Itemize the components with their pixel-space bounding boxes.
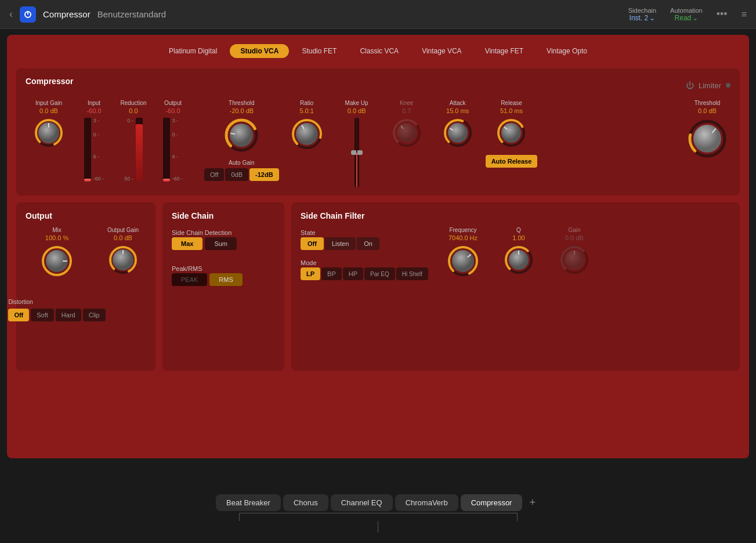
ratio-knob[interactable] [291,118,323,153]
mode-label: Mode [301,259,317,266]
tab-compressor[interactable]: Compressor [461,494,523,511]
tab-channel-eq[interactable]: Channel EQ [331,494,393,511]
svg-point-12 [296,123,318,145]
input-meter-group: Input -60.0 3 - 0 - 6 - -60 - [77,100,111,182]
input-gain-group: Input Gain 0.0 dB [26,100,72,150]
distortion-hard[interactable]: Hard [56,309,81,321]
output-gain-knob[interactable] [108,245,138,277]
output-gain-group: Output Gain 0.0 dB [100,227,146,277]
output-meter-bar [163,118,170,182]
detection-max[interactable]: Max [172,237,202,250]
tab-vintage-fet[interactable]: Vintage FET [475,44,534,58]
peakrms-peak[interactable]: PEAK [172,273,207,286]
frequency-value: 7040.0 Hz [448,234,478,241]
sidechain-section: Side Chain Side Chain Detection Max Sum … [162,202,284,371]
sidechain-filter-section: Side Chain Filter State Off Listen On Mo… [291,202,740,371]
output-gain-value: 0.0 dB [114,234,132,241]
q-knob[interactable] [504,245,534,277]
state-buttons: Off Listen On [301,237,428,250]
output-meter-value: -60.0 [165,107,180,114]
bracket-stem [378,521,379,533]
release-group: Release 51.0 ms Auto Release [486,100,538,168]
mode-hp[interactable]: HP [343,267,363,280]
attack-group: Attack 15.0 ms [435,100,481,150]
peakrms-buttons: PEAK RMS [172,273,275,286]
scf-gain-group: Gain 0.0 dB [551,227,598,277]
sidechain-label: Sidechain [628,7,656,14]
menu-button[interactable]: ≡ [741,9,747,20]
reduction-value: 0.0 [129,107,138,114]
peakrms-rms[interactable]: RMS [209,273,242,286]
bottom-sections: Output Mix 100.0 % [16,202,740,371]
frequency-knob[interactable] [447,245,479,280]
state-off[interactable]: Off [301,237,324,250]
compressor-title: Compressor [26,77,73,86]
distortion-clip[interactable]: Clip [83,309,106,321]
threshold-knob[interactable] [224,118,259,155]
auto-gain-off[interactable]: Off [204,168,224,181]
mix-knob[interactable] [41,245,73,280]
mode-bp[interactable]: BP [321,267,342,280]
add-plugin-button[interactable]: + [525,494,540,511]
more-options-button[interactable]: ••• [717,8,728,20]
auto-gain-12db[interactable]: -12dB [249,168,279,181]
mix-label: Mix [52,227,62,233]
output-meter-label: Output [164,100,182,106]
scf-gain-knob[interactable] [559,245,589,277]
mode-pareq[interactable]: Par EQ [364,267,395,280]
tab-platinum-digital[interactable]: Platinum Digital [158,44,227,58]
output-gain-label: Output Gain [107,227,139,233]
input-gain-knob[interactable] [34,118,64,150]
output-section: Output Mix 100.0 % [16,202,155,371]
power-button[interactable] [20,6,36,23]
knee-knob[interactable] [392,118,422,150]
mode-lp[interactable]: LP [301,267,320,280]
tab-beat-breaker[interactable]: Beat Breaker [216,494,281,511]
reduction-meter-group: Reduction 0.0 0 - 50 - [116,100,151,182]
state-on[interactable]: On [357,237,379,250]
tab-studio-vca[interactable]: Studio VCA [230,44,289,58]
attack-value: 15.0 ms [446,107,469,114]
scf-gain-label: Gain [568,227,580,233]
distortion-soft[interactable]: Soft [31,309,54,321]
sidechain-control[interactable]: Sidechain Inst. 2 ⌄ [628,7,656,22]
attack-label: Attack [450,100,466,106]
scf-layout: State Off Listen On Mode LP BP HP [301,221,730,280]
tab-studio-fet[interactable]: Studio FET [291,44,347,58]
limiter-threshold-label: Threshold [694,100,720,106]
limiter-threshold-knob[interactable] [686,118,728,162]
sidechain-value: Inst. 2 ⌄ [630,14,656,22]
mix-value: 100.0 % [45,234,68,241]
automation-control[interactable]: Automation Read ⌄ [670,7,703,22]
tab-chorus[interactable]: Chorus [283,494,328,511]
limiter-power-icon[interactable]: ⏻ [686,81,694,90]
tab-row: Platinum Digital Studio VCA Studio FET C… [16,44,740,58]
reduction-scale: 0 - 50 - [124,118,133,182]
reduction-label: Reduction [120,100,146,106]
auto-release-button[interactable]: Auto Release [486,155,538,168]
attack-knob[interactable] [443,118,473,150]
tab-classic-vca[interactable]: Classic VCA [349,44,409,58]
detection-sum[interactable]: Sum [205,237,237,250]
release-knob[interactable] [496,118,526,150]
ratio-value: 5.0:1 [299,107,313,114]
state-label: State [301,229,316,236]
bracket-line [239,513,518,533]
sidechain-title: Side Chain [172,211,214,220]
top-bar-right: Sidechain Inst. 2 ⌄ Automation Read ⌄ ••… [628,7,747,22]
state-listen[interactable]: Listen [325,237,356,250]
makeup-slider[interactable] [355,118,359,187]
automation-label: Automation [670,7,703,14]
compressor-section: Compressor ⏻ Limiter Input Gain 0.0 dB [16,68,740,196]
distortion-off[interactable]: Off [8,309,29,321]
back-button[interactable]: ‹ [9,8,13,20]
detection-buttons: Max Sum [172,237,275,250]
tab-vintage-opto[interactable]: Vintage Opto [536,44,598,58]
tab-vintage-vca[interactable]: Vintage VCA [411,44,472,58]
makeup-label: Make Up [345,100,368,106]
auto-gain-0db[interactable]: 0dB [225,168,248,181]
mode-hishelf[interactable]: Hi Shelf [396,267,428,280]
input-gain-value: 0.0 dB [39,107,58,114]
auto-gain-section: Auto Gain Off 0dB -12dB [204,160,279,181]
tab-chromaverb[interactable]: ChromaVerb [395,494,458,511]
